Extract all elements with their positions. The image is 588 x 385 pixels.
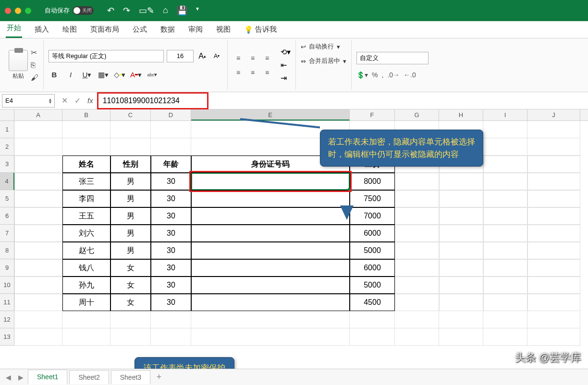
autosave-control[interactable]: 自动保存 关闭: [45, 6, 94, 15]
tab-draw[interactable]: 绘图: [61, 22, 78, 38]
minimize-window-icon[interactable]: [15, 8, 21, 14]
cell[interactable]: [350, 328, 395, 346]
cell-name[interactable]: 赵七: [62, 242, 110, 259]
cell-id[interactable]: [191, 207, 350, 225]
cell-id[interactable]: [191, 259, 350, 277]
row-header[interactable]: 13: [0, 328, 14, 346]
cell[interactable]: [439, 277, 483, 294]
col-header-c[interactable]: C: [110, 109, 151, 120]
cell[interactable]: [439, 207, 483, 225]
cell-salary[interactable]: 5000: [350, 277, 395, 294]
merge-center-button[interactable]: ⇔ 合并后居中▾: [301, 57, 346, 65]
cell-name[interactable]: 钱八: [62, 259, 110, 277]
row-header[interactable]: 3: [0, 156, 14, 173]
cell[interactable]: [527, 138, 580, 156]
tell-me[interactable]: 💡 告诉我: [243, 22, 278, 38]
touch-mode-icon[interactable]: ▭✎: [139, 5, 154, 16]
cell[interactable]: [110, 311, 151, 328]
cell[interactable]: [483, 207, 527, 225]
cell-gender[interactable]: 男: [110, 207, 151, 225]
increase-decimal-icon[interactable]: .0→: [387, 71, 400, 79]
sheet-nav-next-icon[interactable]: ▶: [15, 372, 26, 383]
cell[interactable]: [395, 277, 439, 294]
cell-id[interactable]: [191, 173, 350, 190]
cell[interactable]: [439, 190, 483, 207]
cell[interactable]: [527, 173, 580, 190]
cell[interactable]: [14, 311, 62, 328]
cell[interactable]: [110, 138, 151, 156]
comma-icon[interactable]: ,: [381, 71, 383, 79]
tab-data[interactable]: 数据: [159, 22, 176, 38]
cell[interactable]: [527, 328, 580, 346]
name-box[interactable]: E4 ▴▾: [2, 94, 55, 108]
maximize-window-icon[interactable]: [25, 8, 31, 14]
cell[interactable]: [439, 173, 483, 190]
cell-name[interactable]: 孙九: [62, 277, 110, 294]
cell[interactable]: [527, 225, 580, 242]
cell[interactable]: [395, 207, 439, 225]
cell[interactable]: [439, 328, 483, 346]
percent-icon[interactable]: %: [372, 71, 378, 79]
cell[interactable]: [527, 121, 580, 138]
col-header-i[interactable]: I: [483, 109, 527, 120]
cell[interactable]: [110, 121, 151, 138]
font-name-select[interactable]: [49, 50, 164, 62]
cell-age[interactable]: 30: [151, 277, 191, 294]
cell[interactable]: [14, 277, 62, 294]
cell[interactable]: [527, 294, 580, 311]
cell-gender[interactable]: 男: [110, 225, 151, 242]
cell[interactable]: [151, 311, 191, 328]
cell[interactable]: [62, 328, 110, 346]
name-box-dropdown-icon[interactable]: ▴▾: [49, 98, 51, 104]
col-header-f[interactable]: F: [350, 109, 395, 120]
cell[interactable]: [483, 138, 527, 156]
fill-handle[interactable]: [348, 188, 352, 192]
tab-formulas[interactable]: 公式: [132, 22, 148, 38]
align-left-icon[interactable]: ≡: [233, 67, 244, 78]
redo-icon[interactable]: ↷: [123, 5, 130, 16]
cell[interactable]: [439, 242, 483, 259]
cell-salary[interactable]: 8000: [350, 173, 395, 190]
format-painter-icon[interactable]: 🖌: [31, 73, 38, 82]
cell[interactable]: [62, 311, 110, 328]
enter-icon[interactable]: ✓: [74, 96, 81, 105]
cell-name[interactable]: 张三: [62, 173, 110, 190]
increase-font-icon[interactable]: A▴: [196, 50, 208, 62]
tab-insert[interactable]: 插入: [34, 22, 50, 38]
cell[interactable]: [395, 225, 439, 242]
border-button[interactable]: ▦▾: [98, 69, 109, 81]
cell-salary[interactable]: 6000: [350, 225, 395, 242]
cell-id[interactable]: [191, 294, 350, 311]
cell[interactable]: [527, 259, 580, 277]
row-header[interactable]: 2: [0, 138, 14, 156]
decrease-indent-icon[interactable]: ⇤: [281, 60, 291, 70]
cell[interactable]: [527, 311, 580, 328]
cell[interactable]: [395, 173, 439, 190]
cell[interactable]: [14, 121, 62, 138]
cell[interactable]: [527, 277, 580, 294]
cell-age[interactable]: 30: [151, 242, 191, 259]
currency-icon[interactable]: 💲▾: [356, 71, 368, 79]
cell-name[interactable]: 刘六: [62, 225, 110, 242]
cell[interactable]: [110, 328, 151, 346]
tab-view[interactable]: 视图: [215, 22, 232, 38]
col-header-b[interactable]: B: [62, 109, 110, 120]
cell[interactable]: [14, 225, 62, 242]
paste-button[interactable]: 粘贴: [9, 42, 28, 88]
cell[interactable]: [151, 138, 191, 156]
cell[interactable]: [14, 259, 62, 277]
add-sheet-button[interactable]: +: [152, 372, 166, 382]
cell-age[interactable]: 30: [151, 259, 191, 277]
cell[interactable]: [483, 173, 527, 190]
row-header[interactable]: 10: [0, 277, 14, 294]
cell[interactable]: [395, 294, 439, 311]
align-top-icon[interactable]: ≡: [233, 52, 244, 64]
qat-customize-icon[interactable]: ▾: [196, 5, 199, 16]
home-icon[interactable]: ⌂: [163, 5, 168, 16]
col-header-a[interactable]: A: [14, 109, 62, 120]
decrease-decimal-icon[interactable]: ←.0: [404, 71, 416, 79]
undo-icon[interactable]: ↶: [107, 5, 114, 16]
align-center-icon[interactable]: ≡: [247, 67, 258, 78]
cell-age[interactable]: 30: [151, 207, 191, 225]
bold-button[interactable]: B: [49, 69, 60, 81]
